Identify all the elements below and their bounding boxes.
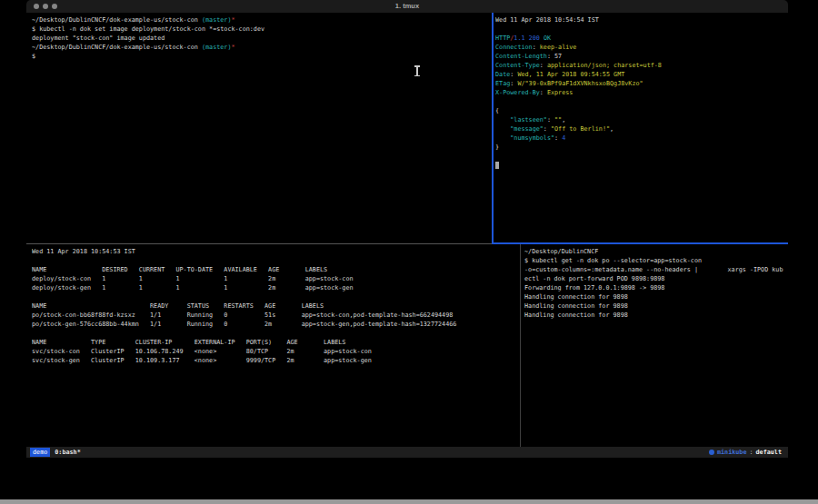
window-tab-label[interactable]: 0:bash*	[55, 449, 80, 456]
terminal-line: Handling connection for 9898	[524, 301, 787, 311]
terminal-line	[495, 161, 786, 170]
text-segment: po/stock-gen-576cc688bb-44kmn 1/1 Runnin…	[32, 321, 456, 328]
text-segment: ,	[610, 125, 614, 133]
text-segment: ectl -n dok port-forward POD 9898:9898	[524, 275, 664, 282]
kube-namespace-label: default	[756, 449, 782, 456]
terminal-line: ~/Desktop/DublinCNCF	[524, 247, 787, 256]
text-segment: :	[547, 53, 554, 60]
terminal-line: Content-Type: application/json; charset=…	[495, 61, 786, 70]
text-segment: {	[495, 107, 499, 114]
text-segment: :	[540, 62, 547, 69]
text-segment: *	[231, 44, 234, 51]
text-segment: Handling connection for 9898	[524, 302, 628, 310]
terminal-line: Handling connection for 9898	[524, 292, 787, 301]
tmux-status-bar: demo 0:bash* minikube:default	[26, 447, 788, 458]
text-segment: Handling connection for 9898	[524, 311, 628, 319]
text-segment: HTTP	[495, 35, 510, 42]
kube-separator: :	[749, 449, 753, 456]
text-segment: deploy/stock-gen 1 1 1 1 2m app=stock-ge…	[32, 284, 354, 292]
text-segment: :	[547, 116, 554, 124]
text-segment: :	[533, 44, 540, 51]
text-segment: 1.1	[514, 35, 524, 42]
terminal-line: $	[32, 52, 491, 61]
window-title: 1. tmux	[26, 0, 788, 13]
kube-status: minikube:default	[709, 449, 782, 456]
text-segment: ~/Desktop/DublinCNCF	[524, 248, 598, 255]
pane-top-right-http-response[interactable]: Wed 11 Apr 2018 10:54:54 IST HTTP/1.1 20…	[495, 15, 786, 242]
text-segment: svc/stock-gen ClusterIP 10.109.3.177 <no…	[32, 357, 372, 364]
terminal-line: NAME TYPE CLUSTER-IP EXTERNAL-IP PORT(S)…	[32, 338, 517, 347]
text-segment: X-Powered-By	[495, 89, 540, 96]
pane-bottom-right-port-forward[interactable]: ~/Desktop/DublinCNCF$ kubectl get -n dok…	[524, 247, 787, 445]
text-segment: Connection	[495, 44, 533, 51]
text-segment: ~/Desktop/DublinCNCF/dok-example-us/stoc…	[32, 44, 202, 51]
pane-bottom-left-kubectl-watch[interactable]: Wed 11 Apr 2018 10:54:53 IST NAME DESIRE…	[32, 247, 517, 445]
text-segment: Forwarding from 127.0.0.1:9898 -> 9898	[524, 284, 664, 292]
desktop: 1. tmux ~/Desktop/DublinCNCF/dok-example…	[0, 0, 818, 504]
text-segment: ""	[554, 116, 562, 124]
terminal-line: Handling connection for 9898	[524, 311, 787, 320]
text-segment: (master)	[202, 44, 232, 51]
text-segment: OK	[544, 35, 551, 42]
text-segment: keep-alive	[540, 44, 577, 51]
pane-divider-vertical[interactable]	[520, 244, 521, 447]
terminal-line: HTTP/1.1 200 OK	[495, 34, 786, 43]
tmux-terminal: ~/Desktop/DublinCNCF/dok-example-us/stoc…	[26, 13, 788, 458]
text-segment: "Off to Berlin!"	[551, 125, 610, 133]
block-cursor	[495, 162, 499, 169]
terminal-line: ~/Desktop/DublinCNCF/dok-example-us/stoc…	[32, 15, 491, 25]
text-segment: deployment "stock-con" image updated	[32, 35, 165, 42]
terminal-line: $ kubectl get -n dok po --selector=app=s…	[524, 256, 787, 265]
kubernetes-icon	[709, 450, 714, 455]
terminal-line: "lastseen": "",	[495, 115, 786, 124]
pane-divider-horizontal[interactable]	[26, 243, 492, 244]
text-segment: 57	[554, 53, 562, 60]
text-segment: ,	[562, 116, 565, 124]
text-segment: application/json; charset=utf-8	[547, 62, 662, 69]
terminal-line: svc/stock-gen ClusterIP 10.109.3.177 <no…	[32, 356, 517, 365]
text-segment: "lastseen"	[510, 116, 547, 124]
terminal-line: ETag: W/"39-0xBPf9aF1dXVNkhsxoBQgJ8vKzo"	[495, 79, 786, 88]
terminal-line: Date: Wed, 11 Apr 2018 09:54:55 GMT	[495, 70, 786, 79]
terminal-line: {	[495, 106, 786, 115]
text-segment: ~/Desktop/DublinCNCF/dok-example-us/stoc…	[32, 16, 202, 24]
screen-bottom-edge	[0, 499, 818, 504]
terminal-line	[32, 256, 517, 265]
terminal-line: Wed 11 Apr 2018 10:54:53 IST	[32, 247, 517, 256]
pane-top-left-shell[interactable]: ~/Desktop/DublinCNCF/dok-example-us/stoc…	[32, 15, 491, 242]
text-segment: Wed 11 Apr 2018 10:54:54 IST	[495, 16, 599, 24]
terminal-line: po/stock-gen-576cc688bb-44kmn 1/1 Runnin…	[32, 320, 517, 329]
terminal-line: "message": "Off to Berlin!",	[495, 124, 786, 133]
terminal-line: Wed 11 Apr 2018 10:54:54 IST	[495, 15, 786, 25]
text-segment: }	[495, 143, 499, 151]
text-segment: $ kubectl get -n dok po --selector=app=s…	[524, 257, 702, 264]
terminal-line	[32, 292, 517, 301]
terminal-line	[495, 152, 786, 161]
text-segment: svc/stock-con ClusterIP 10.106.78.249 <n…	[32, 348, 372, 355]
terminal-line	[495, 25, 786, 34]
text-segment: :	[544, 125, 551, 133]
terminal-line	[495, 97, 786, 106]
text-segment: Wed 11 Apr 2018 10:54:53 IST	[32, 248, 135, 255]
active-pane-border-vertical[interactable]	[492, 13, 494, 243]
text-segment: :	[540, 89, 547, 96]
text-segment: W/"39-0xBPf9aF1dXVNkhsxoBQgJ8vKzo"	[517, 80, 643, 87]
terminal-line: }	[495, 143, 786, 152]
terminal-line: svc/stock-con ClusterIP 10.106.78.249 <n…	[32, 347, 517, 356]
text-segment: 200	[529, 35, 540, 42]
text-segment: $	[32, 53, 35, 60]
terminal-line: po/stock-con-bb68f88fd-kzsxz 1/1 Running…	[32, 311, 517, 320]
terminal-line: deploy/stock-gen 1 1 1 1 2m app=stock-ge…	[32, 283, 517, 292]
terminal-line: deploy/stock-con 1 1 1 1 2m app=stock-co…	[32, 274, 517, 283]
text-segment: -o=custom-columns=:metadata.name --no-he…	[524, 266, 783, 273]
text-segment: *	[231, 16, 234, 24]
text-segment	[495, 134, 510, 142]
text-segment: Date	[495, 71, 510, 78]
window-titlebar[interactable]: 1. tmux	[26, 0, 788, 13]
text-segment: Handling connection for 9898	[524, 293, 628, 301]
text-segment: po/stock-con-bb68f88fd-kzsxz 1/1 Running…	[32, 311, 453, 319]
terminal-line: ectl -n dok port-forward POD 9898:9898	[524, 274, 787, 283]
terminal-line	[32, 329, 517, 338]
active-pane-border-horizontal[interactable]	[492, 242, 788, 244]
session-name-badge: demo	[30, 448, 50, 457]
